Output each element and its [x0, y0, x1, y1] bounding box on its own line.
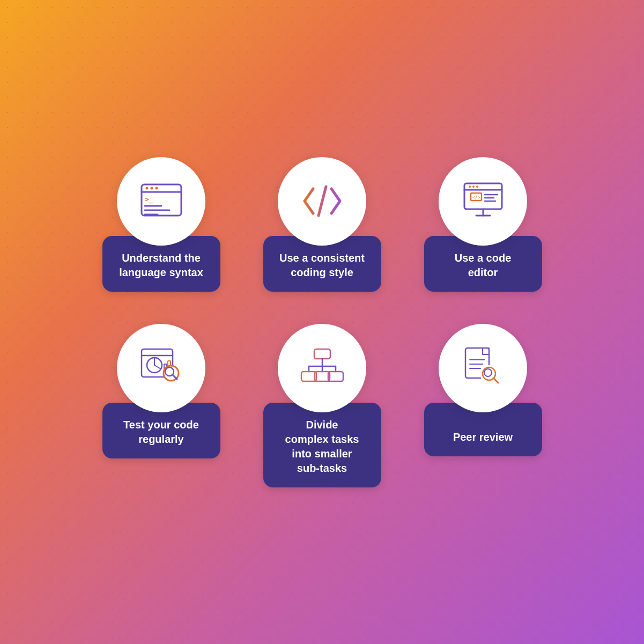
code-brackets-icon: [298, 177, 346, 225]
card-understand-syntax: >_ Understand the language syntax: [102, 157, 220, 292]
card-consistent-style: Use a consistent coding style: [263, 157, 381, 292]
svg-point-2: [145, 187, 148, 190]
browser-code-icon: >_: [137, 177, 186, 225]
svg-point-4: [155, 187, 158, 190]
icon-circle-understand-syntax: >_: [117, 157, 205, 246]
svg-point-3: [150, 187, 153, 190]
svg-rect-32: [314, 349, 330, 359]
svg-text:>_: >_: [145, 195, 153, 204]
svg-point-21: [476, 186, 478, 188]
icon-circle-test-code: [117, 324, 205, 412]
background: >_ Understand the language syntax: [0, 0, 644, 644]
card-test-code: Test your code regularly: [102, 324, 220, 487]
svg-line-26: [154, 365, 161, 369]
svg-text:</>: </>: [472, 195, 480, 200]
label-divide-tasks: Divide complex tasks into smaller sub-ta…: [263, 403, 381, 487]
svg-point-19: [469, 186, 471, 188]
monitor-code-icon: </>: [459, 177, 507, 225]
icon-circle-divide-tasks: [278, 324, 366, 412]
svg-line-9: [319, 187, 326, 216]
card-grid: >_ Understand the language syntax: [70, 125, 574, 520]
icon-circle-consistent-style: [278, 157, 366, 246]
hierarchy-icon: [298, 344, 346, 392]
icon-circle-peer-review: [439, 324, 527, 412]
card-peer-review: Peer review: [424, 324, 542, 487]
doc-search-icon: [459, 344, 507, 392]
chart-search-icon: [137, 344, 186, 392]
card-divide-tasks: Divide complex tasks into smaller sub-ta…: [263, 324, 381, 487]
svg-point-20: [472, 186, 475, 188]
card-code-editor: </> Use a code editor: [424, 157, 542, 292]
icon-circle-code-editor: </>: [439, 157, 527, 246]
